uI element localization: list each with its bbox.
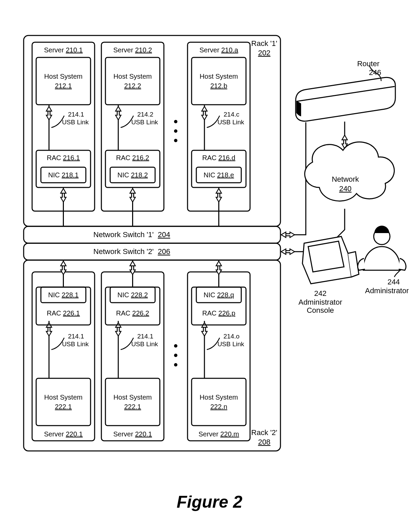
host-ref: 212.1 — [55, 82, 72, 90]
usb-label: USB Link — [217, 340, 244, 348]
host-label: Host System — [114, 73, 152, 80]
double-arrow-icon — [281, 232, 295, 237]
usb-label: USB Link — [131, 119, 158, 126]
svg-point-5 — [174, 363, 177, 366]
double-arrow-icon — [46, 106, 52, 120]
rac-label: RAC 216.d — [202, 154, 236, 161]
server-label: Server 210.a — [199, 46, 238, 54]
double-arrow-icon — [216, 188, 222, 202]
host-label: Host System — [200, 394, 238, 401]
switch-1-label: Network Switch '1' 204 — [93, 230, 170, 239]
server-label: Server 210.1 — [44, 46, 83, 54]
host-label: Host System — [44, 73, 82, 80]
server-label: Server 220.1 — [44, 430, 83, 438]
server-label: Server 210.2 — [113, 46, 152, 54]
rac-label: RAC 226.2 — [116, 309, 149, 317]
host-system — [192, 57, 246, 105]
host-label: Host System — [44, 394, 82, 401]
usb-label: USB Link — [62, 119, 89, 126]
admin-ref: 244 — [388, 278, 400, 286]
admin-console-ref: 242 — [314, 289, 327, 298]
usb-label: USB Link — [131, 340, 158, 348]
host-ref: 212.b — [210, 82, 227, 90]
usb-label: USB Link — [62, 340, 89, 348]
rack-1-ref: 202 — [258, 49, 271, 57]
double-arrow-icon — [130, 188, 135, 202]
server-label: Server 220.1 — [113, 430, 152, 438]
admin-console-label-2: Console — [307, 306, 334, 314]
server — [188, 42, 250, 211]
admin-label: Administrator — [365, 286, 409, 295]
rac-label: RAC 216.1 — [47, 154, 80, 161]
network-ref: 240 — [339, 184, 352, 193]
rack-2-label: Rack '2' — [251, 428, 277, 437]
host-system — [105, 378, 160, 426]
router-label: Router — [357, 59, 379, 68]
admin-console-icon — [302, 209, 359, 284]
double-arrow-icon — [61, 261, 66, 275]
router — [296, 77, 395, 121]
administrator-icon — [358, 226, 406, 270]
double-arrow-icon — [202, 106, 207, 120]
host-label: Host System — [200, 73, 238, 80]
nic-label: NIC 218.e — [203, 171, 234, 179]
double-arrow-icon — [216, 261, 222, 275]
host-system — [105, 57, 160, 105]
usb-ref: 214.1 — [68, 333, 84, 340]
server — [101, 42, 164, 211]
host-label: Host System — [114, 394, 152, 401]
usb-ref: 214.2 — [137, 111, 153, 118]
connector-line — [295, 122, 306, 235]
double-arrow-icon — [61, 188, 66, 202]
host-ref: 212.2 — [124, 82, 141, 90]
usb-ref: 214.1 — [137, 333, 153, 340]
usb-label: USB Link — [217, 119, 244, 126]
server-label: Server 220.m — [198, 430, 239, 438]
double-arrow-icon — [130, 261, 135, 275]
switch-2-label: Network Switch '2' 206 — [93, 247, 170, 256]
nic-label: NIC 218.1 — [48, 171, 78, 179]
rack-1-label: Rack '1' — [251, 39, 277, 48]
nic-label: NIC 228.1 — [48, 291, 78, 299]
svg-point-4 — [174, 354, 177, 357]
svg-point-1 — [174, 129, 177, 133]
rack-2-ref: 208 — [258, 438, 271, 446]
usb-ref: 214.c — [224, 111, 239, 118]
rac-label: RAC 226.1 — [47, 309, 80, 317]
usb-ref: 214.1 — [68, 111, 84, 118]
rac-label: RAC 226.p — [202, 309, 236, 317]
rac-label: RAC 216.2 — [116, 154, 149, 161]
figure-caption: Figure 2 — [177, 492, 243, 511]
host-system — [192, 378, 246, 426]
host-system — [36, 378, 91, 426]
host-ref: 222.n — [210, 403, 227, 410]
nic-label: NIC 228.q — [203, 291, 234, 299]
figure-diagram: Rack '1' 202 Network Switch '1' 204 Netw… — [0, 0, 419, 532]
usb-ref: 214.o — [223, 333, 240, 340]
svg-point-3 — [174, 344, 177, 348]
host-system — [36, 57, 91, 105]
svg-point-0 — [174, 120, 177, 123]
server — [32, 42, 95, 211]
host-ref: 222.1 — [124, 403, 141, 410]
admin-console-label-1: Administrator — [298, 298, 342, 306]
svg-point-2 — [174, 139, 177, 142]
host-ref: 222.1 — [55, 403, 72, 410]
nic-label: NIC 218.2 — [117, 171, 148, 179]
double-arrow-icon — [116, 106, 121, 120]
network-label: Network — [332, 175, 360, 183]
nic-label: NIC 228.2 — [117, 291, 148, 299]
double-arrow-icon — [281, 249, 295, 254]
rack-2 — [24, 260, 280, 451]
